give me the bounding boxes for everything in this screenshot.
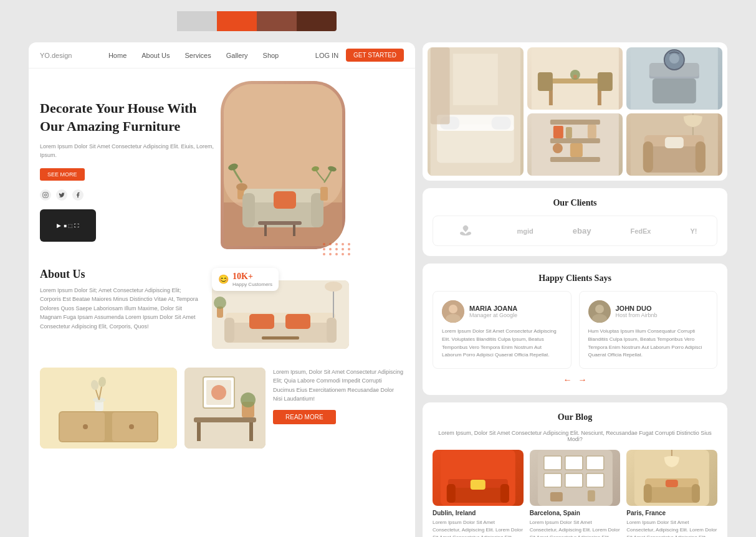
testimonial-role-2: Host from Airbnb xyxy=(616,312,658,318)
facebook-icon[interactable] xyxy=(72,189,84,201)
testimonial-header-2: JOHN DUO Host from Airbnb xyxy=(588,300,709,323)
swatch-4 xyxy=(257,11,297,31)
svg-rect-78 xyxy=(553,126,563,138)
blog-subtitle: Lorem Ipsum, Dolor Sit Amet Consectetur … xyxy=(433,430,717,442)
svg-point-91 xyxy=(449,305,457,313)
testimonials-grid: MARIA JOANA Manager at Google Lorem Ipsu… xyxy=(433,291,717,369)
happy-label: Happy Customers xyxy=(232,282,272,287)
blog-card-3: Paris, France Lorem Ipsum Dolor Sit Amet… xyxy=(626,450,717,537)
svg-point-30 xyxy=(214,297,226,309)
svg-rect-64 xyxy=(537,72,552,91)
hero-description: Lorem Ipsum Dolor Sit Amet Consectetur A… xyxy=(40,143,214,159)
login-button[interactable]: LOG IN xyxy=(315,52,338,59)
video-thumbnail[interactable]: ▶ ■ ⬚ ⛶ xyxy=(40,209,96,242)
nav-links: Home About Us Services Gallery Shop xyxy=(108,52,279,59)
svg-rect-77 xyxy=(550,157,600,162)
client-logo-mgid: mgid xyxy=(512,225,538,237)
svg-point-81 xyxy=(552,143,562,153)
svg-rect-82 xyxy=(570,143,582,157)
hero-room-image xyxy=(221,81,345,249)
testimonial-text-2: Hum Voluptas Ipsum Illum Consequatur Cor… xyxy=(588,328,709,359)
prev-arrow[interactable]: ← xyxy=(563,375,572,385)
photo-cell-3 xyxy=(626,47,722,110)
palette-bar xyxy=(137,11,337,31)
hero-title: Decorate Your House With Our Amazing Fur… xyxy=(40,100,214,135)
nav-home[interactable]: Home xyxy=(108,52,127,59)
svg-rect-22 xyxy=(226,313,335,323)
photo-cell-2 xyxy=(527,47,623,110)
svg-rect-105 xyxy=(586,456,604,470)
blog-section: Our Blog Lorem Ipsum, Dolor Sit Amet Con… xyxy=(423,402,727,537)
blog-card-2: Barcelona, Spain Lorem Ipsum Dolor Sit A… xyxy=(530,450,621,537)
blog-location-3: Paris, France xyxy=(626,510,717,516)
svg-rect-26 xyxy=(285,314,310,329)
blog-title: Our Blog xyxy=(433,412,717,422)
about-description: Lorem Ipsum Dolor Sit; Amet Consectetur … xyxy=(40,286,202,331)
hero-section: Decorate Your House With Our Amazing Fur… xyxy=(29,69,415,255)
svg-rect-86 xyxy=(643,141,653,173)
svg-rect-0 xyxy=(43,192,48,197)
svg-rect-106 xyxy=(544,473,562,487)
svg-rect-108 xyxy=(586,473,604,487)
navbar: YO.design Home About Us Services Gallery… xyxy=(29,42,415,69)
svg-rect-34 xyxy=(60,412,105,441)
svg-rect-104 xyxy=(565,456,583,470)
twitter-icon[interactable] xyxy=(56,189,67,201)
svg-rect-65 xyxy=(597,72,612,91)
blog-image-3 xyxy=(626,450,717,506)
svg-rect-47 xyxy=(249,422,253,441)
svg-rect-59 xyxy=(453,54,498,105)
testimonials-section: Happy Clients Says MARIA JOANA xyxy=(423,264,727,395)
about-image-wrap: 😊 10K+ Happy Customers xyxy=(212,268,404,349)
svg-rect-13 xyxy=(274,191,296,209)
photo-cell-1 xyxy=(428,47,524,176)
testimonial-name-1: MARIA JOANA xyxy=(469,305,517,312)
svg-rect-101 xyxy=(471,480,486,490)
svg-rect-70 xyxy=(653,78,696,103)
nav-about[interactable]: About Us xyxy=(141,52,170,59)
svg-rect-67 xyxy=(573,75,577,78)
dots-decoration xyxy=(323,243,352,255)
left-panel: YO.design Home About Us Services Gallery… xyxy=(29,42,415,537)
nav-gallery[interactable]: Gallery xyxy=(226,52,248,59)
avatar-john xyxy=(588,300,611,323)
testimonial-header-1: MARIA JOANA Manager at Google xyxy=(442,300,562,323)
client-logo-yahoo: Y! xyxy=(685,225,702,237)
nav-services[interactable]: Services xyxy=(185,52,211,59)
about-text: About Us Lorem Ipsum Dolor Sit; Amet Con… xyxy=(40,268,202,349)
instagram-icon[interactable] xyxy=(40,189,51,201)
right-panel: Our Clients mgid ebay FedEx Y! Happy Cli… xyxy=(423,42,727,537)
svg-rect-31 xyxy=(262,336,299,340)
testimonial-card-1: MARIA JOANA Manager at Google Lorem Ipsu… xyxy=(433,291,572,369)
about-section: About Us Lorem Ipsum Dolor Sit; Amet Con… xyxy=(29,255,415,361)
svg-rect-75 xyxy=(550,120,600,125)
testimonial-name-2: JOHN DUO xyxy=(616,305,658,312)
swatch-5 xyxy=(297,11,337,31)
blog-image-1 xyxy=(433,450,524,506)
svg-point-50 xyxy=(211,385,226,400)
testimonial-navigation: ← → xyxy=(433,375,717,385)
blog-card-1: Dublin, Ireland Lorem Ipsum Dolor Sit Am… xyxy=(433,450,524,537)
svg-rect-35 xyxy=(112,412,157,441)
get-started-button[interactable]: GET STARTED xyxy=(346,49,404,62)
testimonial-text-1: Lorem Ipsum Dolor Sit Amet Consectetur A… xyxy=(442,328,562,359)
see-more-button[interactable]: SEE MORE xyxy=(40,168,85,181)
svg-point-28 xyxy=(325,282,342,292)
video-time: ■ ⬚ ⛶ xyxy=(64,223,80,229)
svg-rect-89 xyxy=(665,137,684,148)
client-logo-ebay: ebay xyxy=(568,224,596,238)
blog-grid: Dublin, Ireland Lorem Ipsum Dolor Sit Am… xyxy=(433,450,717,537)
svg-rect-76 xyxy=(550,138,600,143)
about-title: About Us xyxy=(40,268,202,281)
happy-badge: 😊 10K+ Happy Customers xyxy=(212,268,279,291)
svg-rect-109 xyxy=(550,492,563,501)
read-more-button[interactable]: READ MORE xyxy=(273,410,336,424)
nav-shop[interactable]: Shop xyxy=(263,52,279,59)
play-icon[interactable]: ▶ xyxy=(57,222,61,229)
next-arrow[interactable]: → xyxy=(578,375,587,385)
swatch-2 xyxy=(177,11,217,31)
avatar-maria xyxy=(442,300,464,323)
svg-point-52 xyxy=(241,392,256,407)
svg-rect-25 xyxy=(249,314,274,329)
blog-location-1: Dublin, Ireland xyxy=(433,510,524,516)
